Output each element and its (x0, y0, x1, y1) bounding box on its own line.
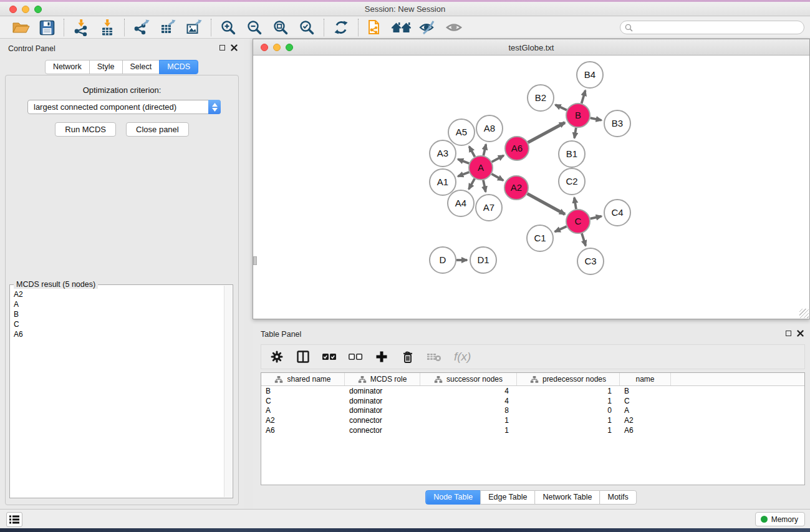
column-header-successor-nodes[interactable]: successor nodes (420, 373, 517, 385)
graph-edge-A-A8[interactable] (483, 144, 486, 155)
hide-glasses-button[interactable] (415, 17, 441, 37)
graph-edge-C-C1[interactable] (555, 226, 567, 231)
export-image-button[interactable] (181, 17, 207, 37)
graph-edge-B-B1[interactable] (574, 128, 576, 138)
graph-edge-A-A5[interactable] (469, 147, 475, 157)
network-canvas[interactable]: AA1A2A3A4A5A6A7A8BB1B2B3B4CC1C2C3C4DD1 (253, 56, 809, 319)
save-session-button[interactable] (34, 17, 60, 37)
graph-node-A5[interactable]: A5 (448, 119, 475, 145)
network-window-titlebar[interactable]: testGlobe.txt (253, 39, 809, 56)
search-field[interactable] (620, 21, 804, 34)
unselect-all-button[interactable] (347, 348, 364, 365)
graph-edge-A-A1[interactable] (458, 172, 469, 177)
graph-node-A6[interactable]: A6 (505, 137, 529, 160)
graph-edge-B-B3[interactable] (591, 118, 602, 120)
memory-button[interactable]: Memory (755, 512, 805, 526)
show-eye-button[interactable] (441, 17, 467, 37)
graph-node-A7[interactable]: A7 (476, 195, 502, 221)
open-file-button[interactable] (7, 17, 34, 37)
mcds-result-item[interactable]: A2 (14, 289, 221, 299)
tab-node-table[interactable]: Node Table (425, 490, 481, 505)
table-settings-button[interactable] (268, 348, 286, 365)
optimization-criterion-dropdown[interactable]: largest connected component (directed) (27, 100, 221, 114)
graph-node-C2[interactable]: C2 (559, 168, 585, 195)
tab-style[interactable]: Style (89, 60, 123, 74)
graph-edge-A-A3[interactable] (458, 159, 469, 163)
graph-node-C4[interactable]: C4 (604, 200, 630, 226)
table-row[interactable]: Adominator80A (261, 405, 804, 415)
tab-network[interactable]: Network (45, 60, 90, 74)
graph-edge-A-A6[interactable] (492, 155, 504, 162)
graph-edge-B-B4[interactable] (582, 90, 586, 104)
tab-edge-table[interactable]: Edge Table (480, 490, 535, 505)
result-scrollbar[interactable] (224, 286, 232, 497)
function-builder-button[interactable]: f(x) (451, 348, 478, 365)
graph-node-D1[interactable]: D1 (470, 247, 496, 273)
tab-select[interactable]: Select (122, 60, 160, 74)
table-row[interactable]: A6connector11A6 (261, 425, 804, 435)
tab-motifs[interactable]: Motifs (599, 490, 636, 505)
close-table-panel-icon[interactable] (797, 330, 804, 337)
graph-node-B2[interactable]: B2 (528, 85, 554, 111)
close-panel-button[interactable]: Close panel (126, 122, 189, 137)
export-network-button[interactable] (128, 17, 155, 37)
splitter-grip[interactable] (253, 256, 257, 265)
add-column-button[interactable] (373, 348, 390, 365)
table-row[interactable]: Bdominator41B (261, 386, 804, 396)
mcds-result-item[interactable]: C (14, 319, 221, 329)
graph-edge-C-C4[interactable] (591, 216, 602, 219)
zoom-out-button[interactable] (241, 17, 268, 37)
zoom-selected-button[interactable] (294, 17, 320, 37)
column-view-button[interactable] (294, 348, 312, 365)
graph-node-A3[interactable]: A3 (430, 140, 456, 167)
graph-node-C3[interactable]: C3 (577, 248, 604, 274)
delete-column-button[interactable] (399, 348, 417, 365)
close-panel-icon[interactable] (231, 44, 238, 51)
search-input[interactable] (635, 22, 804, 33)
import-network-button[interactable] (68, 17, 94, 37)
refresh-network-button[interactable] (328, 17, 354, 37)
mcds-result-item[interactable]: B (14, 309, 221, 319)
graph-node-A4[interactable]: A4 (448, 190, 474, 216)
graph-edge-A2-C[interactable] (528, 194, 565, 215)
table-row[interactable]: A2connector11A2 (261, 415, 804, 425)
column-header-shared-name[interactable]: shared name (261, 373, 345, 385)
delete-table-button[interactable] (425, 348, 443, 365)
run-mcds-button[interactable]: Run MCDS (55, 122, 116, 137)
column-header-name[interactable]: name (620, 373, 671, 385)
graph-node-B3[interactable]: B3 (604, 110, 630, 137)
graph-edge-B-B2[interactable] (556, 105, 567, 110)
float-panel-icon[interactable] (219, 45, 225, 51)
graph-node-D[interactable]: D (430, 247, 456, 273)
graph-node-A8[interactable]: A8 (476, 115, 503, 142)
mcds-result-item[interactable]: A (14, 299, 221, 309)
mcds-result-item[interactable]: A6 (14, 329, 221, 339)
graph-edge-A6-B[interactable] (528, 122, 565, 142)
window-resize-grip[interactable] (799, 309, 809, 318)
select-all-button[interactable] (321, 348, 338, 365)
tab-network-table[interactable]: Network Table (535, 490, 600, 505)
graph-node-B[interactable]: B (566, 104, 590, 127)
graph-edge-A-A4[interactable] (469, 178, 475, 189)
import-table-button[interactable] (94, 17, 120, 37)
tab-mcds[interactable]: MCDS (159, 60, 198, 74)
graph-edge-A-A2[interactable] (491, 174, 503, 180)
graph-node-B4[interactable]: B4 (577, 62, 603, 88)
graph-node-A2[interactable]: A2 (504, 176, 528, 200)
column-header-predecessor-nodes[interactable]: predecessor nodes (517, 373, 620, 385)
graph-node-C1[interactable]: C1 (527, 225, 553, 251)
graph-edge-C-C2[interactable] (574, 198, 576, 210)
export-table-button[interactable] (155, 17, 181, 37)
graph-edge-C-C3[interactable] (582, 233, 586, 246)
table-row[interactable]: Cdominator41C (261, 396, 804, 406)
graph-node-A1[interactable]: A1 (430, 169, 456, 195)
graph-node-C[interactable]: C (566, 210, 590, 233)
graph-node-A[interactable]: A (469, 156, 493, 180)
network-from-file-button[interactable] (362, 17, 388, 37)
graph-node-B1[interactable]: B1 (559, 141, 585, 167)
zoom-fit-button[interactable] (268, 17, 294, 37)
graph-edge-A-A7[interactable] (483, 180, 486, 192)
home-layout-button[interactable] (388, 17, 415, 37)
zoom-in-button[interactable] (215, 17, 241, 37)
column-header-mcds-role[interactable]: MCDS role (345, 373, 420, 385)
